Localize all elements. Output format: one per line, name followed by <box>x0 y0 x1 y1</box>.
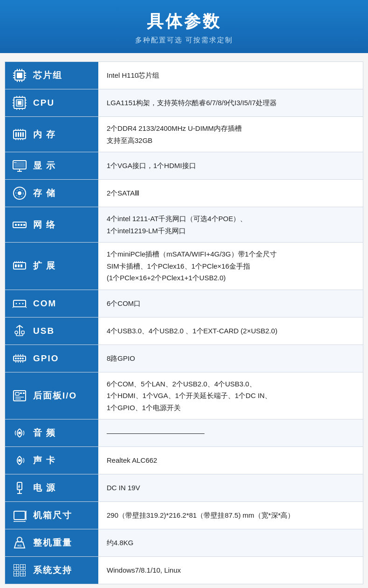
svg-point-68 <box>22 303 24 304</box>
spec-label-text-gpio: GPIO <box>33 353 59 364</box>
spec-row-dimensions: 机箱尺寸290（带壁挂319.2)*216.2*81（带壁挂87.5) mm（宽… <box>5 502 363 529</box>
com-icon <box>11 295 28 312</box>
spec-value-audio: —————————————— <box>98 419 363 446</box>
spec-label-dimensions: 机箱尺寸 <box>5 502 98 529</box>
svg-rect-72 <box>21 331 24 334</box>
svg-point-66 <box>16 303 17 304</box>
spec-row-com: COM6个COM口 <box>5 290 363 318</box>
spec-label-text-rear-io: 后面板I/O <box>33 390 77 402</box>
spec-value-gpio: 8路GPIO <box>98 345 363 372</box>
svg-point-78 <box>17 358 19 359</box>
spec-row-os: 系统支持Windows7/8.1/10, Linux <box>5 557 363 584</box>
os-icon <box>11 561 28 579</box>
svg-rect-52 <box>15 224 17 226</box>
spec-label-text-storage: 存 储 <box>33 187 56 199</box>
spec-row-cpu: CPULGA1151构架，支持英特尔酷睿6/7/8/9代I3/I5/I7处理器 <box>5 89 363 117</box>
spec-value-cpu: LGA1151构架，支持英特尔酷睿6/7/8/9代I3/I5/I7处理器 <box>98 89 363 116</box>
svg-rect-32 <box>20 132 21 137</box>
svg-rect-114 <box>17 565 19 567</box>
svg-rect-117 <box>20 565 23 567</box>
svg-point-107 <box>17 537 22 542</box>
svg-rect-128 <box>23 574 25 576</box>
svg-rect-100 <box>14 511 25 520</box>
spec-row-audio: 音 频—————————————— <box>5 419 363 447</box>
spec-value-soundcard: Realtek ALC662 <box>98 447 363 474</box>
svg-rect-31 <box>18 132 19 137</box>
spec-label-gpio: GPIO <box>5 345 98 372</box>
spec-label-text-network: 网 络 <box>33 219 56 231</box>
spec-row-rear-io: 后面板I/O6个COM、5个LAN、2个USB2.0、4个USB3.0、1个HD… <box>5 372 363 420</box>
svg-rect-113 <box>14 565 16 567</box>
header-subtitle: 多种配置可选 可按需求定制 <box>0 36 368 45</box>
spec-row-storage: 存 储2个SATAⅢ <box>5 180 363 207</box>
spec-label-audio: 音 频 <box>5 419 98 446</box>
svg-line-69 <box>13 307 14 308</box>
svg-line-70 <box>26 307 27 308</box>
spec-value-expansion: 1个miniPCle插槽（mSATA/WIFI+4G/3G）带1个全尺寸SIM卡… <box>98 243 363 290</box>
gpio-icon <box>11 350 28 367</box>
expansion-icon <box>11 257 28 275</box>
spec-value-network: 4个intel 1211-AT千兆网口（可选4个POE）、1个intel1219… <box>98 207 363 242</box>
spec-label-text-soundcard: 声 卡 <box>33 454 56 466</box>
rear-io-icon <box>11 387 28 405</box>
spec-label-network: 网 络 <box>5 207 98 242</box>
svg-rect-33 <box>22 132 24 137</box>
power-icon <box>11 479 28 497</box>
spec-row-soundcard: 声 卡Realtek ALC662 <box>5 447 363 474</box>
spec-label-text-os: 系统支持 <box>33 564 72 576</box>
spec-label-weight: KG 整机重量 <box>5 529 98 556</box>
spec-label-usb: USB <box>5 318 98 345</box>
spec-label-soundcard: 声 卡 <box>5 447 98 474</box>
svg-rect-127 <box>20 574 23 576</box>
spec-label-text-expansion: 扩 展 <box>33 260 56 272</box>
spec-value-weight: 约4.8KG <box>98 529 363 556</box>
spec-value-power: DC IN 19V <box>98 474 363 501</box>
svg-rect-16 <box>18 101 21 105</box>
svg-rect-97 <box>17 482 22 490</box>
spec-value-com: 6个COM口 <box>98 290 363 317</box>
usb-icon <box>11 322 28 340</box>
svg-point-71 <box>15 331 18 334</box>
spec-label-expansion: 扩 展 <box>5 243 98 290</box>
svg-rect-55 <box>23 224 25 226</box>
network-icon <box>11 216 28 234</box>
svg-rect-126 <box>23 571 25 574</box>
memory-icon <box>11 126 28 143</box>
svg-rect-53 <box>18 224 20 226</box>
spec-value-storage: 2个SATAⅢ <box>98 180 363 207</box>
svg-point-80 <box>22 358 24 359</box>
svg-point-67 <box>19 303 20 304</box>
svg-rect-29 <box>14 130 26 139</box>
spec-row-expansion: 扩 展1个miniPCle插槽（mSATA/WIFI+4G/3G）带1个全尺寸S… <box>5 243 363 290</box>
spec-label-text-power: 电 源 <box>33 482 56 494</box>
svg-rect-122 <box>17 571 19 574</box>
svg-point-79 <box>20 358 21 359</box>
spec-row-power: 电 源DC IN 19V <box>5 474 363 502</box>
svg-point-95 <box>18 432 21 434</box>
spec-label-text-dimensions: 机箱尺寸 <box>33 509 72 521</box>
spec-label-memory: 内 存 <box>5 117 98 152</box>
svg-rect-30 <box>15 132 17 137</box>
svg-rect-90 <box>15 392 19 395</box>
svg-rect-121 <box>14 571 16 574</box>
svg-point-96 <box>18 459 21 462</box>
spec-label-rear-io: 后面板I/O <box>5 372 98 419</box>
svg-rect-92 <box>23 392 25 394</box>
spec-label-text-chipset: 芯片组 <box>33 69 62 81</box>
spec-label-text-weight: 整机重量 <box>33 537 72 549</box>
spec-label-text-usb: USB <box>33 326 55 336</box>
spec-value-rear-io: 6个COM、5个LAN、2个USB2.0、4个USB3.0、1个HDMI、1个V… <box>98 372 363 419</box>
svg-rect-54 <box>20 224 22 226</box>
audio-icon <box>11 424 28 442</box>
spec-value-usb: 4个USB3.0、4个USB2.0 、1个EXT-CARD (2×USB2.0) <box>98 318 363 345</box>
svg-rect-120 <box>23 568 25 569</box>
svg-point-77 <box>15 358 17 359</box>
spec-value-display: 1个VGA接口，1个HDMI接口 <box>98 152 363 179</box>
spec-row-chipset: 芯片组Intel H110芯片组 <box>5 62 363 89</box>
display-icon <box>11 157 28 175</box>
spec-value-memory: 2个DDR4 2133/2400MHz U-DIMM内存插槽支持至高32GB <box>98 117 363 152</box>
spec-label-storage: 存 储 <box>5 180 98 207</box>
svg-rect-1 <box>17 73 22 78</box>
spec-label-text-com: COM <box>33 298 56 309</box>
header-title: 具体参数 <box>0 10 368 33</box>
